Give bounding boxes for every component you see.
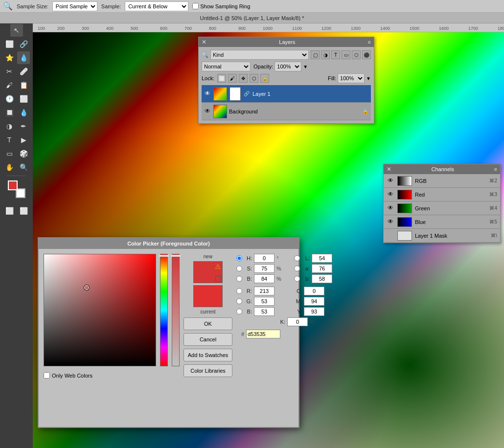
layer1-visibility-eye[interactable]: 👁 [204, 90, 211, 98]
blue-rgb-input[interactable] [254, 307, 275, 316]
hue-input[interactable] [254, 254, 275, 263]
lock-position-btn[interactable]: ✥ [239, 74, 248, 83]
blur-tool[interactable]: 💧 [17, 106, 30, 119]
blue-rgb-radio[interactable] [236, 309, 242, 314]
filter-adjustment-btn[interactable]: ◑ [321, 50, 330, 59]
green-radio[interactable] [236, 298, 242, 304]
background-visibility-eye[interactable]: 👁 [204, 108, 211, 115]
rgb-visibility-eye[interactable]: 👁 [387, 177, 394, 185]
filter-shape-btn[interactable]: ▭ [342, 50, 350, 59]
lock-artboards-btn[interactable]: ⬡ [250, 74, 258, 83]
layers-panel-menu[interactable]: ≡ [368, 39, 371, 45]
history-brush-tool[interactable]: 🕐 [3, 92, 16, 105]
fg-bg-colors[interactable] [8, 180, 25, 198]
c-input[interactable] [304, 287, 324, 295]
fill-select[interactable]: 100% [338, 73, 365, 83]
brightness-input[interactable] [254, 274, 275, 283]
layer1-link-icon[interactable]: 🔗 [243, 91, 251, 96]
layers-panel-close[interactable]: ✕ [202, 39, 206, 45]
a-input[interactable] [312, 264, 332, 273]
channel-row-rgb[interactable]: 👁 RGB ⌘2 [384, 174, 500, 188]
change-screen-btn[interactable]: ⬜ [17, 204, 30, 217]
hue-radio[interactable] [236, 255, 242, 261]
pen-tool[interactable]: ✒ [17, 120, 30, 133]
add-to-swatches-button[interactable]: Add to Swatches [183, 349, 232, 361]
green-input[interactable] [254, 297, 275, 306]
l-input[interactable] [312, 254, 332, 263]
filter-type-btn[interactable]: T [331, 50, 340, 59]
channel-row-layer1-mask[interactable]: 👁 Layer 1 Mask ⌘\ [384, 229, 500, 243]
lasso-tool[interactable]: 🔗 [17, 38, 30, 50]
move-tool[interactable]: ↖ [10, 24, 23, 37]
show-sampling-ring-checkbox[interactable] [192, 3, 199, 9]
channel-row-blue[interactable]: 👁 Blue ⌘5 [384, 215, 500, 229]
brightness-radio[interactable] [236, 276, 242, 282]
rectangular-marquee-tool[interactable]: ⬜ [3, 38, 16, 50]
sample-select[interactable]: Current & Below [125, 1, 188, 11]
path-select-tool[interactable]: ▶ [17, 134, 30, 146]
only-web-colors-checkbox[interactable] [44, 372, 50, 379]
fill-chevron[interactable]: ▼ [366, 76, 371, 81]
layers-kind-select[interactable]: Kind [210, 50, 309, 60]
only-web-colors-label[interactable]: Only Web Colors [44, 372, 156, 379]
channels-panel-menu[interactable]: ≡ [494, 166, 497, 172]
blue-visibility-eye[interactable]: 👁 [387, 218, 394, 226]
preview-swatch-current[interactable] [193, 285, 223, 307]
type-tool[interactable]: T [3, 134, 16, 146]
lock-transparent-btn[interactable]: ⬜ [217, 74, 226, 83]
lock-pixels-btn[interactable]: 🖌 [228, 74, 237, 83]
channels-panel-close[interactable]: ✕ [387, 166, 391, 173]
layer-row-background[interactable]: 👁 Background 🔒 [202, 103, 371, 120]
opacity-select[interactable]: 100% [275, 62, 301, 71]
sb-gradient[interactable] [44, 254, 156, 366]
healing-brush-tool[interactable]: 🩹 [17, 65, 30, 78]
eyedropper-tool[interactable]: 💧 [17, 51, 30, 64]
a-radio[interactable] [294, 266, 300, 271]
foreground-color-swatch[interactable] [8, 180, 18, 190]
cancel-button[interactable]: Cancel [183, 333, 232, 346]
quick-mask-btn[interactable]: ⬜ [3, 204, 16, 217]
b-lab-input[interactable] [312, 274, 332, 283]
sample-size-select[interactable]: Point Sample [52, 1, 97, 11]
k-input[interactable] [287, 317, 308, 326]
show-sampling-ring-label[interactable]: Show Sampling Ring [192, 3, 250, 9]
hex-input[interactable] [246, 330, 280, 338]
magic-wand-tool[interactable]: ⭐ [3, 51, 16, 64]
ok-button[interactable]: OK [183, 317, 232, 330]
red-radio[interactable] [236, 288, 242, 294]
saturation-radio[interactable] [236, 266, 242, 271]
rectangle-tool[interactable]: ▭ [3, 147, 16, 160]
channel-row-green[interactable]: 👁 Green ⌘4 [384, 202, 500, 215]
channel-row-red[interactable]: 👁 Red ⌘3 [384, 188, 500, 202]
saturation-input[interactable] [254, 264, 275, 273]
crop-tool[interactable]: ✂ [3, 65, 16, 78]
3d-tool[interactable]: 🎲 [17, 147, 30, 160]
preview-swatch-new[interactable]: ⚠ [193, 261, 223, 283]
hand-tool[interactable]: ✋ [3, 161, 16, 174]
green-visibility-eye[interactable]: 👁 [387, 204, 394, 212]
clone-stamp-tool[interactable]: 📋 [17, 79, 30, 91]
m-input[interactable] [304, 297, 324, 306]
color-libraries-button[interactable]: Color Libraries [183, 364, 232, 377]
dodge-tool[interactable]: ◑ [3, 120, 16, 133]
gradient-tool[interactable]: 🔲 [3, 106, 16, 119]
hue-slider[interactable] [160, 254, 168, 366]
filter-pixel-btn[interactable]: ▢ [311, 50, 320, 59]
red-visibility-eye[interactable]: 👁 [387, 191, 394, 199]
zoom-tool[interactable]: 🔍 [17, 161, 30, 174]
b-lab-radio[interactable] [294, 276, 300, 282]
lock-all-btn[interactable]: 🔒 [260, 74, 269, 83]
red-input[interactable] [254, 287, 275, 295]
layer-row-layer1[interactable]: 👁 🔗 Layer 1 [202, 85, 371, 103]
filter-toggle-btn[interactable]: ⚫ [362, 50, 371, 59]
l-radio[interactable] [294, 255, 300, 261]
opacity-chevron[interactable]: ▼ [303, 64, 308, 69]
eraser-tool[interactable]: ⬜ [17, 92, 30, 105]
mask-visibility-eye[interactable]: 👁 [387, 232, 394, 240]
alpha-slider[interactable] [172, 254, 180, 366]
opacity-label: Opacity: [253, 64, 273, 69]
filter-smart-btn[interactable]: ⬡ [352, 50, 361, 59]
brush-tool[interactable]: 🖌 [3, 79, 16, 91]
y-input[interactable] [304, 307, 324, 316]
layers-mode-select[interactable]: Normal [202, 62, 251, 71]
